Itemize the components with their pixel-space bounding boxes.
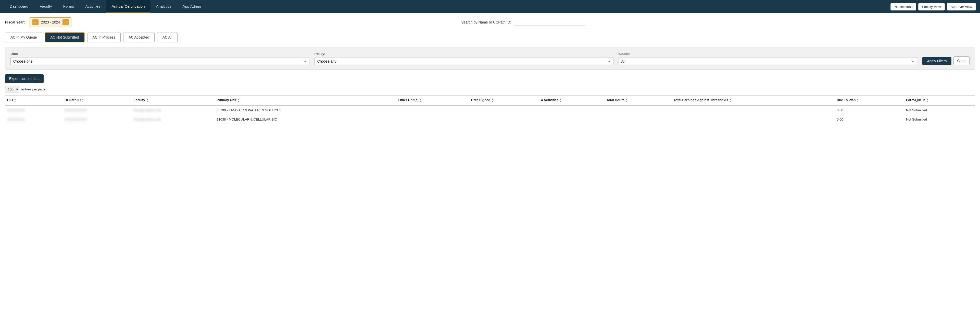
tab-ac-in-my-queue[interactable]: AC In My Queue	[5, 32, 42, 42]
cell-5	[469, 106, 539, 115]
tab-ac-accepted[interactable]: AC Accepted	[123, 32, 154, 42]
cell-2[interactable]: Faculty Name Link	[132, 106, 215, 115]
table-row: XXXXXXXXXXXXXXXXXXFaculty Name Link11038…	[5, 115, 975, 124]
col-due-to-plan[interactable]: Due To Plan▲▼	[835, 95, 904, 106]
col-date-signed[interactable]: Date Signed▲▼	[469, 95, 539, 106]
cell-0: XXXXXXXX	[5, 106, 62, 115]
col--activities[interactable]: # Activities▲▼	[539, 95, 604, 106]
cell-2[interactable]: Faculty Name Link	[132, 115, 215, 124]
cell-8	[671, 115, 835, 124]
col-faculty[interactable]: Faculty▲▼	[132, 95, 215, 106]
col-other-unit-s-[interactable]: Other Unit(s)▲▼	[396, 95, 469, 106]
col-total-hours[interactable]: Total Hours▲▼	[604, 95, 671, 106]
search-section: Search by Name or UCPath ID:	[72, 19, 975, 26]
col-total-earnings-against-thresholds[interactable]: Total Earnings Against Thresholds▲▼	[671, 95, 835, 106]
col-primary-unit[interactable]: Primary Unit▲▼	[215, 95, 396, 106]
sort-icon-6: ▲▼	[559, 98, 562, 103]
cell-3: 30190 - LAND AIR & WATER RESOURCES	[215, 106, 396, 115]
nav-right-buttons: NotificationsFaculty ViewApprover View	[891, 3, 976, 10]
faculty-view-button[interactable]: Faculty View	[918, 3, 945, 10]
cell-9: 0.00	[835, 106, 904, 115]
nav-menu: DashboardFacultyFormsActivitiesAnnual Ce…	[4, 0, 891, 13]
policy-filter-label: Policy:	[315, 52, 614, 56]
nav-item-activities[interactable]: Activities	[80, 0, 106, 13]
status-filter-group: Status: All	[619, 52, 918, 66]
status-filter-select[interactable]: All	[619, 57, 918, 66]
table-head: UID▲▼UCPath ID▲▼Faculty▲▼Primary Unit▲▼O…	[5, 95, 975, 106]
top-navigation: DashboardFacultyFormsActivitiesAnnual Ce…	[0, 0, 980, 13]
header-row: Fiscal Year: < 2023 - 2024 > Search by N…	[5, 18, 975, 27]
cell-10: Not Submitted	[904, 115, 975, 124]
data-table: UID▲▼UCPath ID▲▼Faculty▲▼Primary Unit▲▼O…	[5, 95, 975, 124]
sort-icon-0: ▲▼	[14, 98, 16, 103]
fiscal-year-control: < 2023 - 2024 >	[30, 18, 72, 27]
fiscal-year-section: Fiscal Year: < 2023 - 2024 >	[5, 18, 72, 27]
notifications-button[interactable]: Notifications	[891, 3, 916, 10]
cell-6	[539, 106, 604, 115]
cell-0: XXXXXXXX	[5, 115, 62, 124]
sort-icon-10: ▲▼	[927, 98, 929, 103]
cell-10: Not Submitted	[904, 106, 975, 115]
cell-8	[671, 106, 835, 115]
entries-row: 102550100 entries per page	[5, 86, 975, 93]
fiscal-year-value: 2023 - 2024	[41, 20, 60, 24]
sort-icon-2: ▲▼	[146, 98, 148, 103]
sort-icon-9: ▲▼	[857, 98, 859, 103]
apply-filters-button[interactable]: Apply Filters	[922, 57, 951, 65]
entries-label: entries per page	[21, 87, 45, 91]
cell-1: XXXXXXXXXX	[62, 115, 132, 124]
cell-9: 0.00	[835, 115, 904, 124]
cell-1: XXXXXXXXXX	[62, 106, 132, 115]
table-header-row: UID▲▼UCPath ID▲▼Faculty▲▼Primary Unit▲▼O…	[5, 95, 975, 106]
cell-3: 11038 - MOLECULAR & CELLULAR BIO	[215, 115, 396, 124]
cell-7	[604, 115, 671, 124]
clear-filters-button[interactable]: Clear	[953, 56, 970, 65]
col-ucpath-id[interactable]: UCPath ID▲▼	[62, 95, 132, 106]
col-form-queue[interactable]: Form/Queue▲▼	[904, 95, 975, 106]
nav-item-app-admin[interactable]: App Admin	[177, 0, 207, 13]
export-row: Export current data	[5, 74, 975, 83]
unit-filter-select[interactable]: Choose one	[10, 57, 309, 66]
sort-icon-5: ▲▼	[491, 98, 493, 103]
nav-item-forms[interactable]: Forms	[58, 0, 80, 13]
nav-item-faculty[interactable]: Faculty	[34, 0, 57, 13]
unit-filter-label: Unit:	[10, 52, 309, 56]
table-body: XXXXXXXXXXXXXXXXXXFaculty Name Link30190…	[5, 106, 975, 124]
status-filter-label: Status:	[619, 52, 918, 56]
filter-bar: Unit: Choose one Policy: Choose any Stat…	[5, 48, 975, 70]
cell-7	[604, 106, 671, 115]
col-uid[interactable]: UID▲▼	[5, 95, 62, 106]
fiscal-year-label: Fiscal Year:	[5, 20, 25, 24]
sort-icon-1: ▲▼	[82, 98, 84, 103]
table-row: XXXXXXXXXXXXXXXXXXFaculty Name Link30190…	[5, 106, 975, 115]
policy-filter-group: Policy: Choose any	[315, 52, 614, 66]
tab-ac-not-submitted[interactable]: AC Not Submitted	[45, 32, 85, 42]
approver-view-button[interactable]: Approver View	[947, 3, 976, 10]
sort-icon-3: ▲▼	[237, 98, 240, 103]
cell-6	[539, 115, 604, 124]
tab-ac-in-process[interactable]: AC In Process	[87, 32, 121, 42]
cell-4	[396, 115, 469, 124]
tab-ac-all[interactable]: AC All	[157, 32, 178, 42]
sort-icon-7: ▲▼	[625, 98, 628, 103]
search-label: Search by Name or UCPath ID:	[461, 20, 511, 24]
cell-5	[469, 115, 539, 124]
policy-filter-select[interactable]: Choose any	[315, 57, 614, 66]
fiscal-next-button[interactable]: >	[62, 19, 68, 25]
search-input[interactable]	[514, 19, 585, 26]
export-button[interactable]: Export current data	[5, 74, 44, 83]
nav-item-analytics[interactable]: Analytics	[151, 0, 177, 13]
unit-filter-group: Unit: Choose one	[10, 52, 309, 66]
filter-actions: Apply Filters Clear	[922, 56, 970, 66]
sort-icon-4: ▲▼	[420, 98, 422, 103]
entries-per-page-select[interactable]: 102550100	[5, 86, 19, 93]
cell-4	[396, 106, 469, 115]
tab-row: AC In My QueueAC Not SubmittedAC In Proc…	[5, 32, 975, 42]
sort-icon-8: ▲▼	[729, 98, 732, 103]
nav-item-dashboard[interactable]: Dashboard	[4, 0, 34, 13]
nav-item-annual-certification[interactable]: Annual Certification	[106, 0, 150, 13]
fiscal-prev-button[interactable]: <	[32, 19, 38, 25]
page-content: Fiscal Year: < 2023 - 2024 > Search by N…	[0, 13, 980, 128]
